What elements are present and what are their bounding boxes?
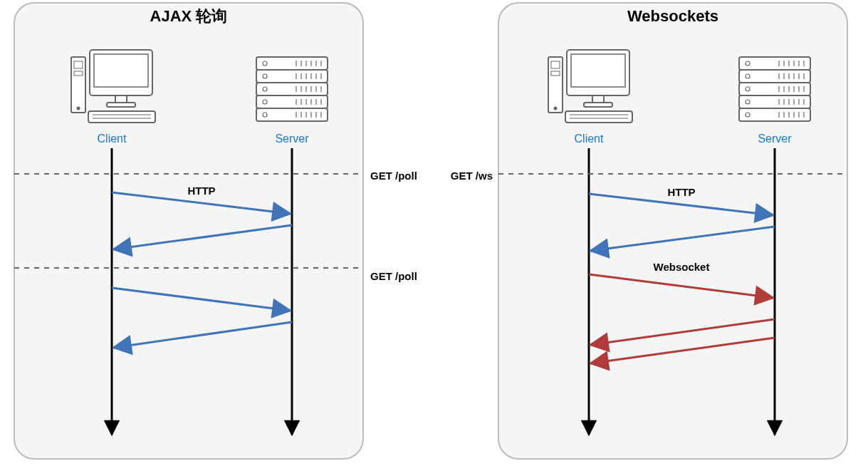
svg-rect-7 [107,103,135,107]
computer-icon [548,50,632,123]
svg-rect-59 [565,111,632,123]
svg-rect-0 [71,57,85,113]
svg-rect-5 [94,54,148,87]
svg-rect-56 [571,54,625,87]
panel-websockets: Websockets Client [498,3,847,459]
http-label-left: HTTP [187,185,215,197]
diagram-svg: AJAX 轮询 Client [0,0,868,466]
svg-rect-51 [548,57,563,113]
server-rack-icon [256,57,328,121]
diagram-stage: AJAX 轮询 Client [0,0,868,466]
client-label-right: Client [575,133,604,145]
server-label-left: Server [275,133,309,145]
websocket-label: Websocket [654,261,710,273]
panel-ws-title: Websockets [627,7,718,25]
http-label-right: HTTP [667,186,695,198]
label-get-ws: GET /ws [451,170,493,182]
server-label-right: Server [758,133,792,145]
svg-point-54 [554,107,558,110]
computer-icon [71,50,155,123]
label-get-poll-2: GET /poll [370,270,417,282]
svg-rect-6 [115,95,127,103]
server-rack-icon [739,57,810,121]
svg-rect-8 [88,111,155,123]
svg-rect-58 [584,103,612,107]
label-get-poll-1: GET /poll [370,170,417,182]
client-label-left: Client [98,133,127,145]
panel-ajax-title: AJAX 轮询 [150,7,228,25]
panel-ajax: AJAX 轮询 Client [14,3,363,459]
svg-rect-57 [592,95,604,103]
svg-point-3 [77,107,80,110]
